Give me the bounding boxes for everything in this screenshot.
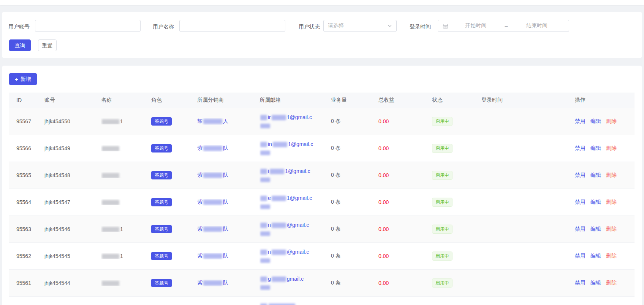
distributor-prefix: 紫 — [197, 280, 203, 286]
disable-link[interactable]: 禁用 — [575, 226, 585, 232]
email-visible-mid[interactable]: in — [268, 141, 272, 147]
cell-dist: 紫队 — [197, 280, 259, 286]
email-visible-mid[interactable]: ir — [268, 114, 271, 120]
disable-link[interactable]: 禁用 — [575, 118, 585, 124]
cell-id: 95562 — [9, 253, 44, 259]
cell-dist: 紫队 — [197, 226, 259, 233]
table-row: 95562jhjk4545451答题号紫队n@gmail.c0 条0.00启用中… — [9, 243, 635, 270]
redacted-blur — [102, 227, 119, 232]
redacted-blur — [102, 119, 119, 124]
cell-status: 启用中 — [432, 252, 481, 261]
disable-link[interactable]: 禁用 — [575, 280, 585, 286]
email-visible-tail[interactable]: @gmail.c — [287, 249, 309, 255]
cell-role: 答题号 — [151, 225, 197, 233]
user-table: ID账号名称角色所属分销商所属邮箱业务量总收益状态登录时间操作 95567jhj… — [9, 93, 635, 305]
redacted-blur — [260, 178, 270, 182]
redacted-blur — [273, 142, 287, 147]
cell-name — [101, 172, 151, 178]
delete-link[interactable]: 删除 — [606, 226, 617, 232]
status-badge: 启用中 — [432, 198, 453, 207]
cell-status: 启用中 — [432, 198, 481, 207]
email-line1: n@gmail.c — [259, 221, 313, 229]
redacted-blur — [269, 303, 295, 305]
delete-link[interactable]: 删除 — [606, 199, 617, 205]
delete-link[interactable]: 删除 — [606, 253, 617, 259]
login-time-range-picker[interactable]: 开始时间 – 结束时间 — [438, 20, 569, 32]
email-visible-mid[interactable]: i — [268, 168, 269, 174]
cell-volume: 0 条 — [331, 199, 378, 206]
table-body: 95567jhjk4545501答题号耀人ir1@gmail.c0 条0.00启… — [9, 108, 635, 305]
cell-income: 0.00 — [378, 199, 432, 205]
email-visible-tail[interactable]: 1@gmail.c — [288, 141, 313, 147]
disable-link[interactable]: 禁用 — [575, 253, 585, 259]
edit-link[interactable]: 编辑 — [590, 199, 601, 205]
cell-email: ir1@gmail.c — [259, 113, 331, 130]
distributor-suffix: 队 — [223, 199, 228, 205]
edit-link[interactable]: 编辑 — [590, 145, 601, 151]
cell-income: 0.00 — [378, 280, 432, 286]
email-line2 — [259, 121, 313, 130]
column-header-ops: 操作 — [575, 97, 635, 104]
edit-link[interactable]: 编辑 — [590, 280, 601, 286]
redacted-blur — [203, 280, 222, 286]
redacted-blur — [272, 277, 286, 282]
plus-icon: + — [15, 76, 18, 82]
email-line2 — [259, 229, 313, 237]
edit-link[interactable]: 编辑 — [590, 253, 601, 259]
cell-account: jhjk454547 — [44, 199, 101, 205]
user-status-select[interactable]: 请选择 — [323, 20, 397, 32]
table-row: 95567jhjk4545501答题号耀人ir1@gmail.c0 条0.00启… — [9, 108, 635, 135]
cell-role: 答题号 — [151, 279, 197, 287]
cell-volume: 0 条 — [331, 226, 378, 233]
email-visible-mid[interactable]: g — [268, 276, 271, 282]
email-line2 — [259, 256, 313, 264]
column-header-account: 账号 — [44, 97, 101, 104]
email-visible-tail[interactable]: 1@gmail.c — [287, 114, 312, 120]
user-account-input[interactable] — [35, 20, 141, 32]
cell-name: 1 — [101, 253, 151, 259]
redacted-blur — [260, 250, 267, 255]
email-visible-mid[interactable]: n — [268, 249, 271, 255]
role-badge: 答题号 — [151, 117, 172, 126]
email-visible-mid[interactable]: e — [268, 195, 271, 201]
email-line1: n@gmail.c — [259, 248, 313, 256]
add-user-button[interactable]: + 新增 — [9, 73, 37, 85]
email-visible-tail[interactable]: 1@gmail.c — [285, 168, 310, 174]
email-line1: i1@gmail.c — [259, 167, 313, 175]
edit-link[interactable]: 编辑 — [590, 172, 601, 178]
cell-status: 启用中 — [432, 144, 481, 153]
redacted-blur — [260, 258, 270, 263]
disable-link[interactable]: 禁用 — [575, 145, 585, 151]
email-visible-tail[interactable]: gmail.c — [287, 276, 304, 282]
cell-role: 答题号 — [151, 171, 197, 179]
redacted-blur — [203, 226, 222, 232]
name-visible-text: 1 — [120, 226, 123, 232]
delete-link[interactable]: 删除 — [606, 280, 617, 286]
redacted-blur — [102, 200, 119, 205]
email-line1: ggmail.c — [259, 275, 313, 283]
edit-link[interactable]: 编辑 — [590, 226, 601, 232]
reset-button[interactable]: 重置 — [38, 39, 57, 51]
cell-id: 95561 — [9, 280, 44, 286]
cell-email: ggmail.c — [259, 275, 331, 291]
table-row: 95563jhjk4545461答题号紫队n@gmail.c0 条0.00启用中… — [9, 216, 635, 243]
email-visible-mid[interactable]: n — [268, 222, 271, 228]
search-button[interactable]: 查询 — [9, 39, 31, 51]
cell-ops: 禁用编辑删除 — [575, 253, 635, 259]
delete-link[interactable]: 删除 — [606, 118, 617, 124]
redacted-blur — [203, 173, 222, 178]
add-button-label: 新增 — [21, 76, 31, 83]
user-status-label: 用户状态 — [299, 23, 320, 30]
filter-panel: 用户账号 用户名称 用户状态 请选择 登录时间 开始时间 – 结束时间 查询 重… — [2, 12, 642, 58]
delete-link[interactable]: 删除 — [606, 172, 617, 178]
user-name-input[interactable] — [179, 20, 285, 32]
role-badge: 答题号 — [151, 225, 172, 233]
email-visible-tail[interactable]: 1@gmail.c — [287, 195, 312, 201]
edit-link[interactable]: 编辑 — [590, 118, 601, 124]
disable-link[interactable]: 禁用 — [575, 199, 585, 205]
delete-link[interactable]: 删除 — [606, 145, 617, 151]
email-visible-tail[interactable]: @gmail.c — [287, 222, 309, 228]
disable-link[interactable]: 禁用 — [575, 172, 585, 178]
cell-account: jhjk454550 — [44, 118, 101, 124]
role-badge: 答题号 — [151, 144, 172, 152]
